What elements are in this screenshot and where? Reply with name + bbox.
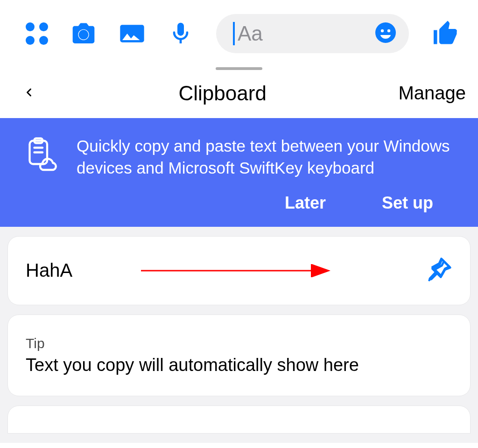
microphone-icon[interactable] — [168, 21, 194, 47]
svg-point-3 — [387, 29, 390, 32]
svg-point-1 — [375, 22, 396, 43]
back-icon[interactable] — [17, 79, 41, 107]
camera-icon[interactable] — [70, 21, 97, 47]
gallery-icon[interactable] — [119, 21, 145, 47]
tip-label: Tip — [26, 336, 452, 351]
sync-banner-text: Quickly copy and paste text between your… — [77, 135, 457, 179]
clipboard-header: Clipboard Manage — [0, 74, 478, 118]
clipboard-item[interactable]: HahA — [7, 236, 471, 305]
emoji-picker-icon[interactable] — [374, 21, 397, 46]
thumbs-up-icon[interactable] — [431, 20, 459, 48]
svg-point-2 — [381, 29, 384, 32]
drag-handle[interactable] — [216, 67, 262, 70]
tip-card[interactable]: Tip Text you copy will automatically sho… — [7, 315, 471, 396]
manage-button[interactable]: Manage — [398, 83, 466, 104]
clipboard-title: Clipboard — [47, 82, 398, 105]
setup-button[interactable]: Set up — [382, 193, 433, 213]
apps-icon[interactable] — [26, 22, 48, 45]
messenger-compose-bar: Aa — [0, 0, 478, 67]
clipboard-list: HahA Tip Text you copy will automaticall… — [0, 227, 478, 443]
svg-point-0 — [80, 31, 87, 38]
tip-card-peek[interactable] — [7, 406, 471, 434]
clipboard-item-text: HahA — [26, 260, 427, 281]
clipboard-cloud-icon — [21, 135, 59, 174]
later-button[interactable]: Later — [285, 193, 326, 213]
sync-banner: Quickly copy and paste text between your… — [0, 118, 478, 227]
text-cursor — [233, 22, 235, 45]
pin-icon[interactable] — [427, 257, 452, 284]
message-input[interactable]: Aa — [216, 14, 409, 53]
tip-text: Text you copy will automatically show he… — [26, 355, 452, 375]
message-input-placeholder: Aa — [238, 22, 263, 45]
